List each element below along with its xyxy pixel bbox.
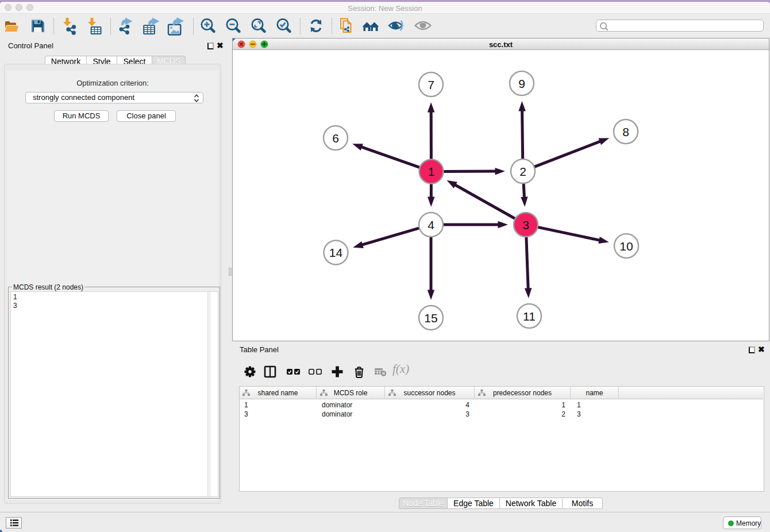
svg-text:10: 10	[619, 240, 633, 253]
svg-text:1: 1	[428, 165, 435, 178]
svg-text:4: 4	[428, 218, 434, 232]
svg-text:7: 7	[428, 78, 434, 91]
svg-text:14: 14	[329, 246, 343, 259]
svg-text:15: 15	[424, 311, 437, 325]
svg-text:6: 6	[332, 132, 339, 145]
svg-text:11: 11	[523, 310, 536, 323]
svg-text:3: 3	[522, 218, 529, 232]
svg-text:9: 9	[518, 77, 525, 90]
svg-text:2: 2	[519, 165, 526, 178]
svg-text:8: 8	[622, 125, 629, 138]
